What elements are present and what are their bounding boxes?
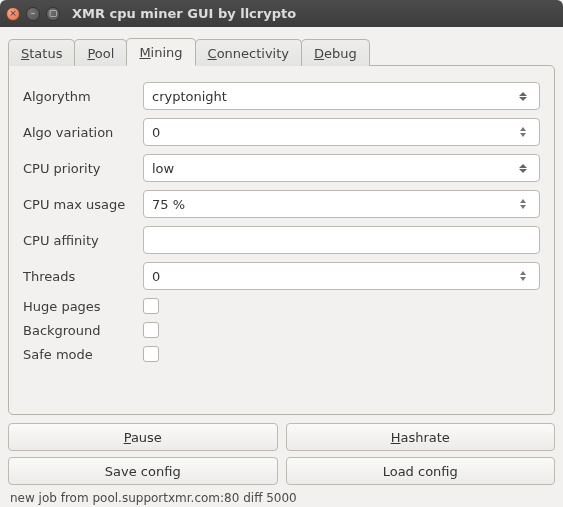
algorythm-label: Algorythm <box>23 89 133 104</box>
cpu-affinity-input[interactable] <box>143 226 540 254</box>
tab-label: ebug <box>324 46 357 61</box>
minimize-icon[interactable]: – <box>26 7 40 21</box>
load-config-button[interactable]: Load config <box>286 457 556 485</box>
save-config-button[interactable]: Save config <box>8 457 278 485</box>
cpu-max-usage-label: CPU max usage <box>23 197 133 212</box>
mining-form: Algorythm cryptonight Algo variation 0 C… <box>23 82 540 362</box>
background-label: Background <box>23 323 133 338</box>
content-area: Status Pool Mining Connectivity Debug Al… <box>0 27 563 507</box>
algorythm-value: cryptonight <box>152 89 515 104</box>
threads-value: 0 <box>152 269 515 284</box>
tab-label: tatus <box>29 46 62 61</box>
stepper-icon <box>515 199 531 209</box>
tab-pane-mining: Algorythm cryptonight Algo variation 0 C… <box>8 65 555 415</box>
algo-variation-label: Algo variation <box>23 125 133 140</box>
cpu-affinity-label: CPU affinity <box>23 233 133 248</box>
algorythm-select[interactable]: cryptonight <box>143 82 540 110</box>
tab-mining[interactable]: Mining <box>126 38 195 66</box>
cpu-max-usage-value: 75 % <box>152 197 515 212</box>
button-row-1: Pause Hashrate <box>8 423 555 451</box>
cpu-priority-label: CPU priority <box>23 161 133 176</box>
hashrate-button[interactable]: Hashrate <box>286 423 556 451</box>
window-title: XMR cpu miner GUI by llcrypto <box>72 6 296 21</box>
background-checkbox[interactable] <box>143 322 159 338</box>
stepper-icon <box>515 271 531 281</box>
close-icon[interactable]: × <box>6 7 20 21</box>
titlebar: × – ▢ XMR cpu miner GUI by llcrypto <box>0 0 563 27</box>
tab-connectivity[interactable]: Connectivity <box>195 39 302 66</box>
threads-stepper[interactable]: 0 <box>143 262 540 290</box>
huge-pages-label: Huge pages <box>23 299 133 314</box>
button-row-2: Save config Load config <box>8 457 555 485</box>
pause-button[interactable]: Pause <box>8 423 278 451</box>
maximize-icon[interactable]: ▢ <box>46 7 60 21</box>
chevron-updown-icon <box>515 92 531 101</box>
huge-pages-checkbox[interactable] <box>143 298 159 314</box>
safe-mode-checkbox[interactable] <box>143 346 159 362</box>
tab-debug[interactable]: Debug <box>301 39 370 66</box>
status-line: new job from pool.supportxmr.com:80 diff… <box>8 491 555 505</box>
cpu-priority-select[interactable]: low <box>143 154 540 182</box>
tab-label: ining <box>151 45 183 60</box>
safe-mode-label: Safe mode <box>23 347 133 362</box>
tab-label: ool <box>95 46 115 61</box>
tab-status[interactable]: Status <box>8 39 75 66</box>
threads-label: Threads <box>23 269 133 284</box>
stepper-icon <box>515 127 531 137</box>
cpu-priority-value: low <box>152 161 515 176</box>
chevron-updown-icon <box>515 164 531 173</box>
tab-label: onnectivity <box>217 46 289 61</box>
algo-variation-stepper[interactable]: 0 <box>143 118 540 146</box>
tab-pool[interactable]: Pool <box>74 39 127 66</box>
cpu-max-usage-stepper[interactable]: 75 % <box>143 190 540 218</box>
algo-variation-value: 0 <box>152 125 515 140</box>
tab-bar: Status Pool Mining Connectivity Debug <box>8 35 555 65</box>
